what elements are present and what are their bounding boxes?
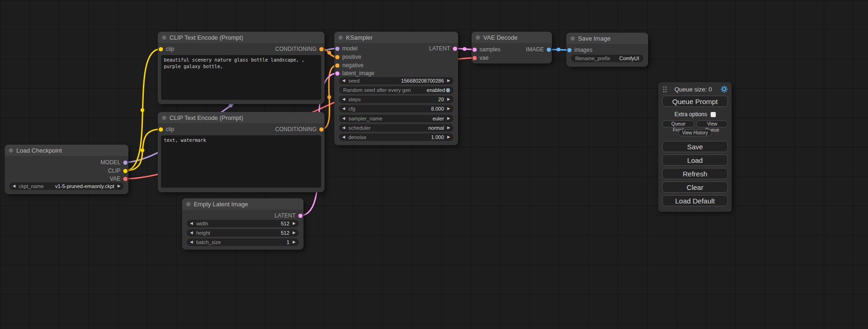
ckpt-name-combo[interactable]: ◀ ckpt_name v1-5-pruned-emaonly.ckpt ▶ xyxy=(9,182,124,190)
node-empty-latent-image[interactable]: Empty Latent Image LATENT ◀ width 512 ▶ … xyxy=(182,198,303,250)
output-slot-image: IMAGE xyxy=(526,46,551,53)
vae-output-dot[interactable] xyxy=(123,177,127,181)
latent-output-dot[interactable] xyxy=(453,47,457,51)
conditioning-output-dot[interactable] xyxy=(319,127,324,132)
node-ksampler[interactable]: KSampler model positive negative latent_… xyxy=(334,32,458,145)
link-midpoint-dot xyxy=(229,104,233,107)
arrow-right-icon[interactable]: ▶ xyxy=(447,107,450,111)
arrow-right-icon[interactable]: ▶ xyxy=(447,135,450,139)
arrow-right-icon[interactable]: ▶ xyxy=(118,184,120,188)
positive-prompt-textarea[interactable]: beautiful scenery nature glass bottle la… xyxy=(161,55,321,100)
widget-name: ckpt_name xyxy=(19,183,44,189)
drag-handle-icon[interactable] xyxy=(663,86,664,88)
node-title-bar[interactable]: Save Image xyxy=(566,33,648,44)
samples-input-dot[interactable] xyxy=(473,48,477,52)
latent-image-input-dot[interactable] xyxy=(335,71,339,76)
arrow-right-icon[interactable]: ▶ xyxy=(447,117,450,120)
output-slot-model: MODEL xyxy=(100,159,127,166)
random-seed-toggle[interactable]: Random seed after every gen enabled xyxy=(339,86,453,94)
node-title-bar[interactable]: Empty Latent Image xyxy=(182,198,303,210)
arrow-left-icon[interactable]: ◀ xyxy=(13,184,15,188)
clip-output-dot[interactable] xyxy=(123,169,127,173)
view-history-button[interactable]: View History xyxy=(678,129,712,136)
collapse-toggle[interactable] xyxy=(9,148,13,153)
clear-button[interactable]: Clear xyxy=(662,182,728,193)
conditioning-output-dot[interactable] xyxy=(319,47,324,51)
node-title-bar[interactable]: KSampler xyxy=(334,32,458,43)
filename-prefix-field[interactable]: filename_prefix ComfyUI xyxy=(571,55,643,62)
node-graph-canvas[interactable]: Load Checkpoint MODEL CLIP VAE ◀ ckpt_na… xyxy=(0,0,868,329)
settings-gear-icon[interactable] xyxy=(720,85,728,93)
arrow-left-icon[interactable]: ◀ xyxy=(342,107,345,111)
toggle-dot-icon[interactable] xyxy=(446,88,450,92)
arrow-left-icon[interactable]: ◀ xyxy=(342,135,345,139)
widget-name: denoise xyxy=(348,134,367,140)
arrow-right-icon[interactable]: ▶ xyxy=(293,231,296,235)
negative-prompt-textarea[interactable]: text, watermark xyxy=(161,135,321,188)
node-clip-text-encode-positive[interactable]: CLIP Text Encode (Prompt) clip CONDITION… xyxy=(158,32,325,104)
arrow-right-icon[interactable]: ▶ xyxy=(447,126,450,130)
collapse-toggle[interactable] xyxy=(339,35,343,40)
arrow-left-icon[interactable]: ◀ xyxy=(342,98,345,101)
widget-name: cfg xyxy=(348,106,355,112)
load-button[interactable]: Load xyxy=(662,154,728,166)
collapse-toggle[interactable] xyxy=(162,35,166,40)
arrow-right-icon[interactable]: ▶ xyxy=(293,240,296,244)
batch-size-stepper[interactable]: ◀ batch_size 1 ▶ xyxy=(187,238,299,246)
scheduler-combo[interactable]: ◀ scheduler normal ▶ xyxy=(339,124,453,132)
arrow-left-icon[interactable]: ◀ xyxy=(342,126,345,130)
arrow-right-icon[interactable]: ▶ xyxy=(447,79,450,83)
arrow-left-icon[interactable]: ◀ xyxy=(190,222,193,225)
negative-input-dot[interactable] xyxy=(335,63,339,68)
widget-name: filename_prefix xyxy=(575,56,610,61)
denoise-stepper[interactable]: ◀ denoise 1.000 ▶ xyxy=(339,133,453,141)
arrow-left-icon[interactable]: ◀ xyxy=(342,79,345,83)
clip-input-dot[interactable] xyxy=(159,127,163,132)
node-title-bar[interactable]: CLIP Text Encode (Prompt) xyxy=(158,112,325,123)
arrow-right-icon[interactable]: ▶ xyxy=(293,222,296,225)
collapse-toggle[interactable] xyxy=(476,35,480,40)
widget-name: batch_size xyxy=(196,239,221,245)
positive-input-dot[interactable] xyxy=(335,55,339,59)
cfg-stepper[interactable]: ◀ cfg 8.000 ▶ xyxy=(339,105,453,112)
node-title-bar[interactable]: CLIP Text Encode (Prompt) xyxy=(158,32,325,43)
arrow-left-icon[interactable]: ◀ xyxy=(190,231,193,235)
output-slot-conditioning: CONDITIONING xyxy=(275,45,324,53)
seed-stepper[interactable]: ◀ seed 156680208700286 ▶ xyxy=(339,77,453,84)
node-title-bar[interactable]: VAE Decode xyxy=(472,32,552,43)
image-output-dot[interactable] xyxy=(547,48,551,52)
save-button[interactable]: Save xyxy=(662,141,728,152)
link-midpoint-dot xyxy=(327,95,331,99)
collapse-toggle[interactable] xyxy=(186,202,191,206)
arrow-left-icon[interactable]: ◀ xyxy=(342,117,345,120)
queue-front-button[interactable]: Queue Front xyxy=(662,120,694,127)
widget-value: ComfyUI xyxy=(619,56,639,61)
model-input-dot[interactable] xyxy=(335,47,339,51)
node-save-image[interactable]: Save Image images filename_prefix ComfyU… xyxy=(566,33,648,67)
output-slot-label: VAE xyxy=(110,175,120,182)
sampler-name-combo[interactable]: ◀ sampler_name euler ▶ xyxy=(339,115,453,122)
node-clip-text-encode-negative[interactable]: CLIP Text Encode (Prompt) clip CONDITION… xyxy=(158,112,325,192)
height-stepper[interactable]: ◀ height 512 ▶ xyxy=(187,229,299,237)
node-vae-decode[interactable]: VAE Decode samples vae IMAGE xyxy=(472,32,552,63)
latent-output-dot[interactable] xyxy=(298,214,303,218)
images-input-dot[interactable] xyxy=(567,48,572,52)
collapse-toggle[interactable] xyxy=(162,116,166,120)
extra-options-checkbox[interactable] xyxy=(711,112,716,117)
collapse-toggle[interactable] xyxy=(571,36,575,41)
load-default-button[interactable]: Load Default xyxy=(662,195,728,206)
node-load-checkpoint[interactable]: Load Checkpoint MODEL CLIP VAE ◀ ckpt_na… xyxy=(5,145,128,194)
arrow-left-icon[interactable]: ◀ xyxy=(190,240,193,244)
extra-options-row: Extra options xyxy=(662,111,728,118)
vae-input-dot[interactable] xyxy=(473,56,477,60)
width-stepper[interactable]: ◀ width 512 ▶ xyxy=(187,220,299,227)
model-output-dot[interactable] xyxy=(123,161,127,165)
view-queue-button[interactable]: View Queue xyxy=(696,120,728,127)
clip-input-dot[interactable] xyxy=(159,47,163,51)
widget-name: Random seed after every gen xyxy=(343,87,411,93)
node-title-bar[interactable]: Load Checkpoint xyxy=(5,145,128,156)
steps-stepper[interactable]: ◀ steps 20 ▶ xyxy=(339,96,453,103)
refresh-button[interactable]: Refresh xyxy=(662,168,728,179)
arrow-right-icon[interactable]: ▶ xyxy=(447,98,450,101)
queue-prompt-button[interactable]: Queue Prompt xyxy=(662,96,728,107)
